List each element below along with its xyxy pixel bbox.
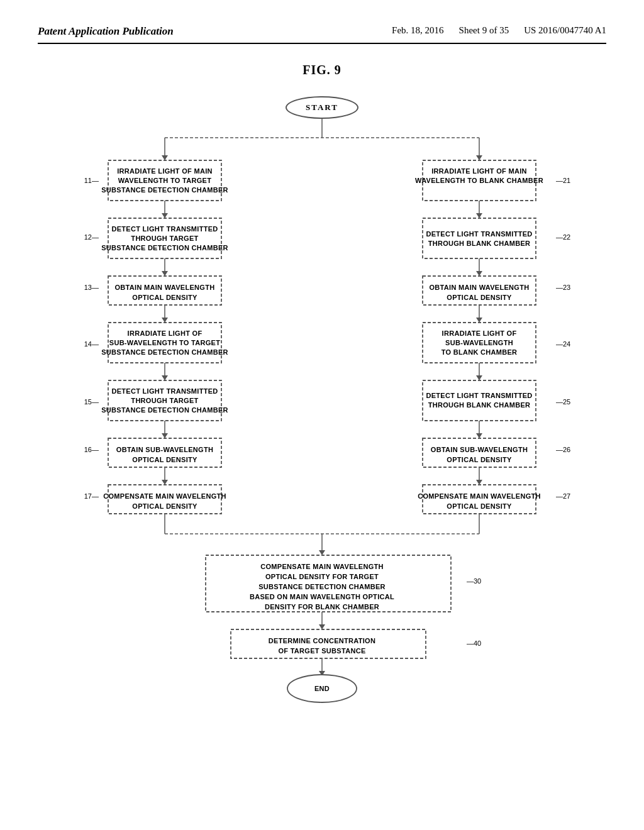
flowchart-svg: .box { fill: white; stroke: #555; stroke… bbox=[39, 119, 605, 798]
svg-text:WAVELENGTH TO BLANK CHAMBER: WAVELENGTH TO BLANK CHAMBER bbox=[415, 177, 543, 184]
svg-marker-29 bbox=[162, 271, 168, 276]
svg-text:TO BLANK CHAMBER: TO BLANK CHAMBER bbox=[441, 348, 518, 356]
svg-text:—25: —25 bbox=[556, 398, 570, 406]
svg-text:THROUGH BLANK CHAMBER: THROUGH BLANK CHAMBER bbox=[428, 401, 531, 409]
svg-text:OPTICAL DENSITY: OPTICAL DENSITY bbox=[447, 294, 512, 301]
svg-text:OPTICAL DENSITY: OPTICAL DENSITY bbox=[447, 456, 512, 463]
svg-text:OPTICAL DENSITY FOR TARGET: OPTICAL DENSITY FOR TARGET bbox=[265, 573, 379, 580]
start-node: START bbox=[286, 96, 358, 119]
svg-marker-70 bbox=[476, 433, 482, 438]
svg-text:OPTICAL DENSITY: OPTICAL DENSITY bbox=[447, 502, 512, 510]
svg-text:DETECT LIGHT TRANSMITTED: DETECT LIGHT TRANSMITTED bbox=[426, 392, 532, 399]
svg-text:COMPENSATE MAIN WAVELENGTH: COMPENSATE MAIN WAVELENGTH bbox=[418, 492, 541, 500]
svg-rect-25 bbox=[423, 218, 536, 258]
publication-title: Patent Application Publication bbox=[38, 25, 174, 38]
svg-text:—30: —30 bbox=[467, 577, 481, 585]
svg-text:—27: —27 bbox=[556, 492, 570, 500]
svg-marker-68 bbox=[162, 433, 168, 438]
svg-text:OF TARGET SUBSTANCE: OF TARGET SUBSTANCE bbox=[278, 647, 365, 655]
svg-text:SUB-WAVELENGTH: SUB-WAVELENGTH bbox=[445, 339, 513, 346]
svg-text:OBTAIN SUB-WAVELENGTH: OBTAIN SUB-WAVELENGTH bbox=[116, 446, 213, 453]
header: Patent Application Publication Feb. 18, … bbox=[38, 25, 606, 44]
svg-text:—23: —23 bbox=[556, 284, 570, 291]
svg-text:SUBSTANCE DETECTION CHAMBER: SUBSTANCE DETECTION CHAMBER bbox=[258, 583, 386, 590]
svg-text:OBTAIN MAIN WAVELENGTH: OBTAIN MAIN WAVELENGTH bbox=[115, 284, 215, 291]
svg-marker-95 bbox=[319, 550, 325, 555]
svg-text:SUB-WAVELENGTH TO TARGET: SUB-WAVELENGTH TO TARGET bbox=[109, 339, 220, 346]
figure-title: FIG. 9 bbox=[38, 63, 606, 77]
svg-text:OPTICAL DENSITY: OPTICAL DENSITY bbox=[132, 456, 197, 463]
svg-text:IRRADIATE LIGHT OF MAIN: IRRADIATE LIGHT OF MAIN bbox=[431, 167, 527, 175]
svg-text:IRRADIATE LIGHT OF MAIN: IRRADIATE LIGHT OF MAIN bbox=[117, 167, 213, 175]
svg-text:SUBSTANCE DETECTION CHAMBER: SUBSTANCE DETECTION CHAMBER bbox=[101, 244, 228, 252]
svg-marker-104 bbox=[319, 624, 325, 629]
svg-marker-3 bbox=[162, 155, 168, 160]
svg-text:14—: 14— bbox=[84, 340, 99, 348]
svg-text:END: END bbox=[314, 685, 330, 692]
svg-marker-16 bbox=[162, 213, 168, 218]
svg-text:BASED ON MAIN WAVELENGTH OPTIC: BASED ON MAIN WAVELENGTH OPTICAL bbox=[250, 593, 394, 600]
svg-text:DETECT LIGHT TRANSMITTED: DETECT LIGHT TRANSMITTED bbox=[426, 230, 532, 238]
svg-text:17—: 17— bbox=[84, 492, 99, 500]
svg-text:COMPENSATE MAIN WAVELENGTH: COMPENSATE MAIN WAVELENGTH bbox=[260, 563, 384, 570]
svg-marker-43 bbox=[476, 318, 482, 323]
svg-text:SUBSTANCE DETECTION CHAMBER: SUBSTANCE DETECTION CHAMBER bbox=[101, 406, 228, 414]
svg-text:15—: 15— bbox=[84, 398, 99, 406]
svg-text:SUBSTANCE DETECTION CHAMBER: SUBSTANCE DETECTION CHAMBER bbox=[101, 186, 228, 194]
patent-number: US 2016/0047740 A1 bbox=[524, 25, 606, 36]
svg-text:DETERMINE CONCENTRATION: DETERMINE CONCENTRATION bbox=[269, 637, 375, 645]
sheet-info: Sheet 9 of 35 bbox=[459, 25, 509, 36]
svg-text:THROUGH TARGET: THROUGH TARGET bbox=[131, 397, 198, 404]
svg-marker-55 bbox=[162, 375, 168, 380]
svg-text:THROUGH BLANK CHAMBER: THROUGH BLANK CHAMBER bbox=[428, 240, 531, 247]
svg-marker-18 bbox=[476, 213, 482, 218]
svg-text:WAVELENGTH TO TARGET: WAVELENGTH TO TARGET bbox=[118, 177, 211, 184]
svg-text:IRRADIATE LIGHT OF: IRRADIATE LIGHT OF bbox=[128, 329, 203, 337]
svg-text:—26: —26 bbox=[556, 446, 570, 453]
svg-text:—24: —24 bbox=[556, 340, 570, 348]
svg-text:OPTICAL DENSITY: OPTICAL DENSITY bbox=[132, 294, 197, 301]
svg-text:SUBSTANCE DETECTION CHAMBER: SUBSTANCE DETECTION CHAMBER bbox=[101, 348, 228, 356]
svg-text:16—: 16— bbox=[84, 446, 99, 453]
svg-text:IRRADIATE LIGHT OF: IRRADIATE LIGHT OF bbox=[442, 329, 517, 337]
flowchart: START .box { fill: white; stroke: #555; … bbox=[38, 96, 606, 798]
svg-marker-41 bbox=[162, 318, 168, 323]
svg-text:DETECT LIGHT TRANSMITTED: DETECT LIGHT TRANSMITTED bbox=[111, 225, 218, 233]
page: Patent Application Publication Feb. 18, … bbox=[0, 0, 644, 830]
svg-text:—22: —22 bbox=[556, 233, 570, 241]
svg-text:—21: —21 bbox=[556, 177, 570, 184]
svg-text:—40: —40 bbox=[467, 639, 481, 647]
svg-text:OBTAIN MAIN WAVELENGTH: OBTAIN MAIN WAVELENGTH bbox=[430, 284, 530, 291]
svg-text:11—: 11— bbox=[84, 177, 99, 184]
svg-text:12—: 12— bbox=[84, 233, 99, 241]
svg-marker-57 bbox=[476, 375, 482, 380]
svg-marker-5 bbox=[476, 155, 482, 160]
svg-marker-80 bbox=[162, 480, 168, 485]
publication-date: Feb. 18, 2016 bbox=[392, 25, 444, 36]
svg-marker-31 bbox=[476, 271, 482, 276]
svg-text:OBTAIN SUB-WAVELENGTH: OBTAIN SUB-WAVELENGTH bbox=[431, 446, 528, 453]
svg-text:COMPENSATE MAIN WAVELENGTH: COMPENSATE MAIN WAVELENGTH bbox=[103, 492, 226, 500]
svg-text:THROUGH TARGET: THROUGH TARGET bbox=[131, 235, 198, 242]
svg-text:OPTICAL DENSITY: OPTICAL DENSITY bbox=[132, 502, 197, 510]
svg-text:DETECT LIGHT TRANSMITTED: DETECT LIGHT TRANSMITTED bbox=[111, 387, 218, 395]
svg-marker-82 bbox=[476, 480, 482, 485]
svg-rect-64 bbox=[423, 380, 536, 421]
svg-text:DENSITY FOR BLANK CHAMBER: DENSITY FOR BLANK CHAMBER bbox=[265, 603, 379, 611]
svg-text:13—: 13— bbox=[84, 284, 99, 291]
